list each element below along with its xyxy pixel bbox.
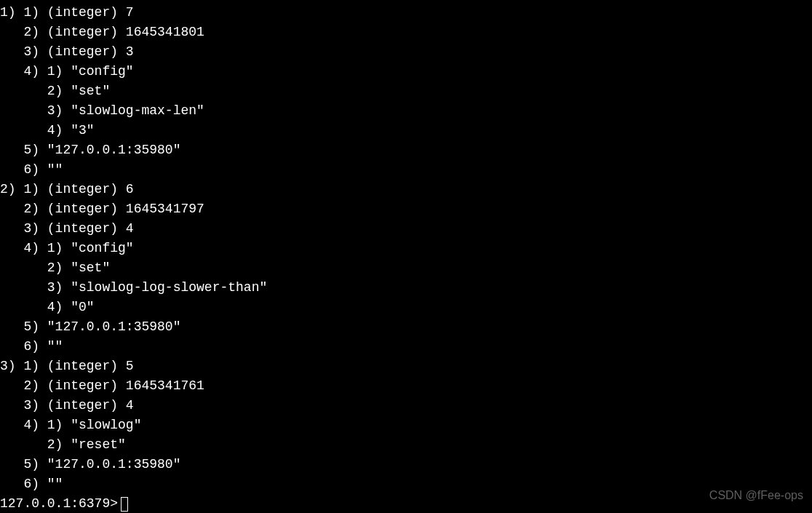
output-line: 6) "" — [0, 337, 812, 357]
output-line: 5) "127.0.0.1:35980" — [0, 455, 812, 474]
prompt-text: 127.0.0.1:6379> — [0, 494, 118, 513]
output-line: 2) "set" — [0, 258, 812, 278]
output-line: 2) (integer) 1645341761 — [0, 376, 812, 396]
output-line: 2) (integer) 1645341801 — [0, 23, 812, 42]
output-line: 6) "" — [0, 474, 812, 494]
output-line: 4) 1) "config" — [0, 62, 812, 81]
output-line: 1) 1) (integer) 7 — [0, 3, 812, 23]
output-line: 2) "set" — [0, 81, 812, 101]
cursor — [121, 497, 128, 512]
output-line: 2) (integer) 1645341797 — [0, 199, 812, 219]
output-line: 3) "slowlog-log-slower-than" — [0, 278, 812, 298]
output-line: 4) 1) "config" — [0, 239, 812, 258]
output-line: 5) "127.0.0.1:35980" — [0, 317, 812, 337]
output-line: 4) 1) "slowlog" — [0, 415, 812, 435]
output-line: 3) (integer) 4 — [0, 396, 812, 415]
output-line: 4) "0" — [0, 298, 812, 317]
output-line: 2) "reset" — [0, 435, 812, 455]
output-line: 5) "127.0.0.1:35980" — [0, 140, 812, 160]
prompt-line[interactable]: 127.0.0.1:6379> — [0, 494, 812, 513]
output-line: 4) "3" — [0, 121, 812, 140]
output-line: 3) 1) (integer) 5 — [0, 357, 812, 376]
output-line: 3) "slowlog-max-len" — [0, 101, 812, 121]
watermark: CSDN @fFee-ops — [709, 487, 803, 504]
output-line: 3) (integer) 4 — [0, 219, 812, 239]
output-line: 2) 1) (integer) 6 — [0, 180, 812, 199]
output-line: 3) (integer) 3 — [0, 42, 812, 62]
output-line: 6) "" — [0, 160, 812, 180]
terminal-output: 1) 1) (integer) 7 2) (integer) 164534180… — [0, 3, 812, 494]
